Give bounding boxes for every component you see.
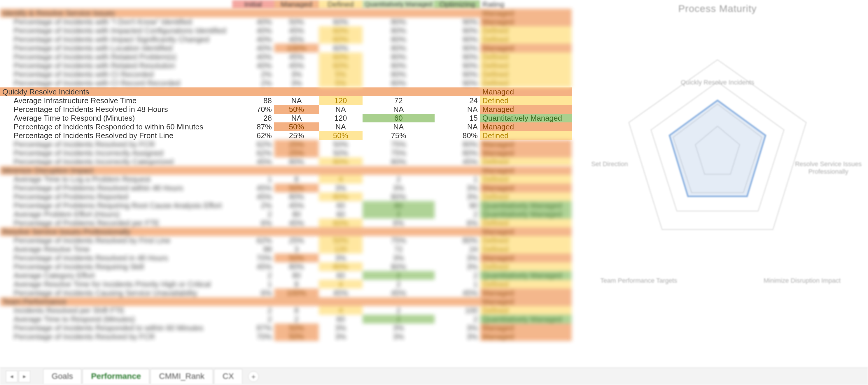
rating-cell: Defined bbox=[480, 131, 572, 140]
table-row[interactable]: Percentage of Incidents Resolved by Fron… bbox=[0, 131, 572, 140]
section-title[interactable]: Team Performance bbox=[0, 297, 480, 306]
table-row[interactable]: Average Time to Respond (Minutes) 28 NA … bbox=[0, 114, 572, 122]
add-sheet-button[interactable]: ＋ bbox=[248, 371, 259, 382]
section-title[interactable]: Identify & Resolve Service Issues bbox=[0, 9, 480, 18]
metric-label: Average Time to Log a Problem Request bbox=[11, 175, 232, 184]
metric-label: Average Infrastructure Resolve Time bbox=[11, 96, 232, 105]
rating-cell: Quantitatively Managed bbox=[480, 271, 572, 280]
metric-label: Percentage of Incidents with Related Res… bbox=[11, 61, 232, 70]
table-row[interactable]: Percentage of Incidents Incorrectly Cate… bbox=[0, 157, 572, 166]
metric-label: Percentage of Incidents Resolved by Fron… bbox=[11, 131, 232, 140]
metric-label: Percentage of Incidents with CI Record R… bbox=[11, 79, 232, 88]
table-row[interactable]: Percentage of Incidents Resolved in 48 H… bbox=[0, 254, 572, 262]
sheet-tab-goals[interactable]: Goals bbox=[43, 369, 82, 384]
section-title[interactable]: Resolve Service Issues Professionally bbox=[0, 227, 480, 236]
table-row[interactable]: Percentage of Incidents with Related Pro… bbox=[0, 53, 572, 61]
metric-label: Percentage of Problems Recorded per FTE bbox=[11, 219, 232, 227]
rating-cell: Defined bbox=[480, 175, 572, 184]
table-row[interactable]: Percentage of Incidents with Related Res… bbox=[0, 61, 572, 70]
section-rating: Managed bbox=[480, 9, 572, 18]
table-row[interactable]: Percentage of Problems Resolved within 4… bbox=[0, 184, 572, 192]
hdr-rating: Rating bbox=[480, 0, 572, 9]
hdr-opt: Optimizing bbox=[435, 0, 480, 9]
rating-cell: Defined bbox=[480, 61, 572, 70]
table-row[interactable]: Average Problem Effort (Hours) 2 80 60 2… bbox=[0, 210, 572, 219]
table-row[interactable]: Average Time to Log a Problem Request 1 … bbox=[0, 175, 572, 184]
rating-cell: Managed bbox=[480, 289, 572, 297]
table-row[interactable]: Percentage of Problems Recorded per FTE … bbox=[0, 219, 572, 227]
rating-cell: Managed bbox=[480, 254, 572, 262]
rating-cell: Defined bbox=[480, 236, 572, 245]
section-rating: Managed bbox=[480, 88, 572, 96]
metric-label: Percentage of Incidents Responded to wit… bbox=[11, 122, 232, 131]
metric-label: Percentage of Problems Requiring Root Ca… bbox=[11, 201, 232, 210]
metric-label: Percentage of Incidents with Related Pro… bbox=[11, 53, 232, 61]
metric-label: Percentage of Incidents Causing Service … bbox=[11, 289, 232, 297]
metric-label: Percentage of Incidents Incorrectly Assi… bbox=[11, 149, 232, 157]
table-row[interactable]: Average Resolve Time for Incidents Prior… bbox=[0, 280, 572, 289]
rating-cell: Defined bbox=[480, 306, 572, 315]
rating-cell: Defined bbox=[480, 262, 572, 271]
table-row[interactable]: Percentage of Problems Requiring Root Ca… bbox=[0, 201, 572, 210]
table-row[interactable]: Percentage of Incidents with Location Id… bbox=[0, 44, 572, 53]
hdr-managed: Managed bbox=[274, 0, 319, 9]
table-row[interactable]: Percentage of Incidents with Impact Sign… bbox=[0, 35, 572, 44]
table-row[interactable]: Incidents Resolved per Shift FTE 2 8 4 2… bbox=[0, 306, 572, 315]
metric-label: Percentage of Incidents with "I Don't Kn… bbox=[11, 18, 232, 26]
sheet-tab-bar: ◀ ▶ GoalsPerformanceCMMI_RankCX ＋ bbox=[0, 367, 868, 385]
metric-label: Percentage of Incidents Resolved by FCR bbox=[11, 332, 232, 341]
metric-label: Percentage of Incidents with Location Id… bbox=[11, 44, 232, 53]
metric-label: Percentage of Incidents with Impacted Co… bbox=[11, 26, 232, 35]
sheet-tab-cx[interactable]: CX bbox=[214, 369, 242, 384]
rating-cell: Quantitatively Managed bbox=[480, 114, 572, 122]
table-row[interactable]: Percentage of Incidents Responded to wit… bbox=[0, 122, 572, 131]
table-row[interactable]: Percentage of Incidents Resolved in 48 H… bbox=[0, 105, 572, 114]
tab-nav-next[interactable]: ▶ bbox=[19, 371, 30, 382]
rating-cell: Defined bbox=[480, 219, 572, 227]
table-row[interactable]: Average Resolve Time 88 3 120 72 24 Defi… bbox=[0, 245, 572, 254]
table-row[interactable]: Percentage of Incidents Causing Service … bbox=[0, 289, 572, 297]
section-rating: Managed bbox=[480, 227, 572, 236]
table-row[interactable]: Percentage of Incidents Resolved by FCR … bbox=[0, 332, 572, 341]
metric-label: Percentage of Incidents Requiring Skill bbox=[11, 262, 232, 271]
section-title[interactable]: Quickly Resolve Incidents bbox=[0, 88, 480, 96]
metric-label: Percentage of Incidents Resolved by FCR bbox=[11, 140, 232, 149]
rating-cell: Managed bbox=[480, 122, 572, 131]
table-row[interactable]: Average Category Effort 2 80 60 2 2 Quan… bbox=[0, 271, 572, 280]
rating-cell: Defined bbox=[480, 70, 572, 79]
metric-label: Percentage of Incidents Resolved by Firs… bbox=[11, 236, 232, 245]
table-row[interactable]: Percentage of Incidents with CI Record R… bbox=[0, 79, 572, 88]
hdr-defined: Defined bbox=[319, 0, 363, 9]
rating-cell: Defined bbox=[480, 35, 572, 44]
table-row[interactable]: Percentage of Problems Reported 45% 80% … bbox=[0, 192, 572, 201]
table-row[interactable]: Percentage of Incidents Incorrectly Assi… bbox=[0, 149, 572, 157]
metric-label: Incidents Resolved per Shift FTE bbox=[11, 306, 232, 315]
metric-label: Average Category Effort bbox=[11, 271, 232, 280]
rating-cell: Quantitatively Managed bbox=[480, 315, 572, 323]
rating-cell: Managed bbox=[480, 18, 572, 26]
table-row[interactable]: Percentage of Incidents with "I Don't Kn… bbox=[0, 18, 572, 26]
metric-label: Average Time to Respond (Minutes) bbox=[11, 315, 232, 323]
sheet-tab-performance[interactable]: Performance bbox=[83, 369, 149, 384]
table-row[interactable]: Percentage of Incidents Responded to wit… bbox=[0, 323, 572, 332]
section-rating: Managed bbox=[480, 297, 572, 306]
process-maturity-chart: Process Maturity Quickly Resolve Inciden… bbox=[578, 3, 858, 364]
rating-cell: Defined bbox=[480, 96, 572, 105]
tab-nav-prev[interactable]: ◀ bbox=[6, 371, 18, 382]
table-row[interactable]: Percentage of Incidents Resolved by FCR … bbox=[0, 140, 572, 149]
metric-label: Average Problem Effort (Hours) bbox=[11, 210, 232, 219]
hdr-initial: Initial bbox=[232, 0, 274, 9]
table-row[interactable]: Percentage of Incidents with CI Recorded… bbox=[0, 70, 572, 79]
section-title[interactable]: Minimize Disruption Impact bbox=[0, 166, 480, 175]
table-row[interactable]: Percentage of Incidents Requiring Skill … bbox=[0, 262, 572, 271]
rating-cell: Defined bbox=[480, 79, 572, 88]
rating-cell: Quantitatively Managed bbox=[480, 201, 572, 210]
rating-cell: Managed bbox=[480, 140, 572, 149]
table-row[interactable]: Percentage of Incidents with Impacted Co… bbox=[0, 26, 572, 35]
rating-cell: Defined bbox=[480, 245, 572, 254]
table-row[interactable]: Percentage of Incidents Resolved by Firs… bbox=[0, 236, 572, 245]
table-row[interactable]: Average Time to Respond (Minutes) 2 2 60… bbox=[0, 315, 572, 323]
sheet-tab-cmmi_rank[interactable]: CMMI_Rank bbox=[151, 369, 213, 384]
metric-label: Percentage of Incidents Resolved in 48 H… bbox=[11, 254, 232, 262]
table-row[interactable]: Average Infrastructure Resolve Time 88 N… bbox=[0, 96, 572, 105]
